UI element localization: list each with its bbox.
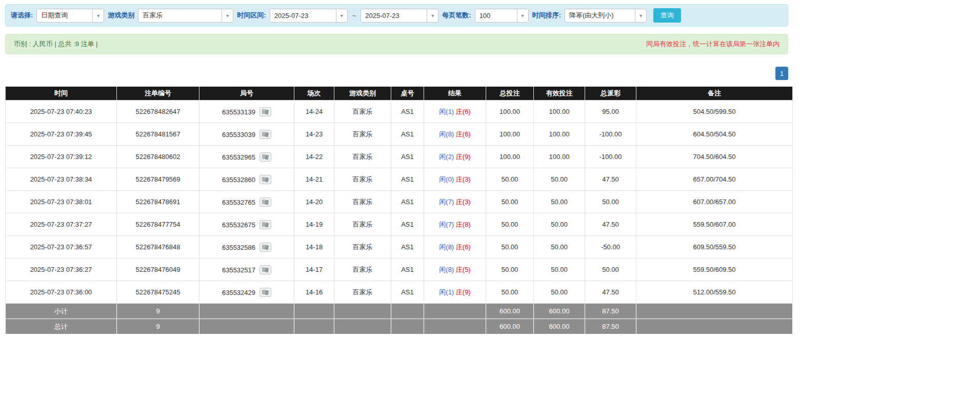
chevron-down-icon[interactable]: ▾ [517,9,528,22]
total-row: 总计 9 600.00 600.00 87.50 [6,319,793,334]
subtotal-label-cell: 小计 [6,304,117,319]
search-button[interactable]: 查询 [653,8,681,23]
cell-total-bet[interactable]: 100.00 [486,101,534,123]
cell-result: 闲(7) 庄(8) [424,213,486,236]
cell-bet-id: 522678477754 [117,213,199,236]
cell-total-bet[interactable]: 50.00 [486,281,534,304]
cell-round-id: 635533139 [199,101,294,123]
cell-total-bet[interactable]: 50.00 [486,259,534,281]
pagination: 1 [5,67,788,80]
column-header: 有效投注 [534,87,585,101]
empty-cell [294,319,334,334]
cell-round-id: 635533039 [199,123,294,146]
table-row: 2025-07-23 07:39:12522678480602635532965… [6,146,793,168]
cell-round-id: 635532675 [199,213,294,236]
chevron-down-icon[interactable]: ▾ [635,9,646,22]
cell-valid-bet: 50.00 [534,213,585,236]
empty-cell [334,319,391,334]
cell-round-id: 635532765 [199,191,294,213]
cell-valid-bet: 50.00 [534,236,585,259]
view-result-icon[interactable] [259,130,271,139]
cell-table-no: AS1 [391,236,424,259]
chevron-down-icon[interactable]: ▾ [336,9,347,22]
chevron-down-icon[interactable]: ▾ [427,9,438,22]
cell-total-bet[interactable]: 50.00 [486,168,534,191]
subtotal-count-cell: 9 [117,304,199,319]
column-header: 注单编号 [117,87,199,101]
date-from-select[interactable]: 2025-07-23 ▾ [270,9,348,23]
page-size-select[interactable]: 100 ▾ [475,9,529,23]
player-result: 闲(7) [439,198,454,206]
cell-result: 闲(2) 庄(9) [424,146,486,168]
query-mode-label: 请选择: [11,11,33,20]
cell-table-no: AS1 [391,123,424,146]
cell-table-no: AS1 [391,281,424,304]
chevron-down-icon[interactable]: ▾ [222,9,233,22]
cell-time: 2025-07-23 07:38:01 [6,191,117,213]
player-result: 闲(2) [439,153,454,161]
player-result: 闲(7) [439,221,454,228]
cell-note: 604.50/504.50 [636,123,793,146]
round-id-text: 635532860 [222,175,255,183]
round-id-text: 635532675 [222,221,255,228]
sort-order-value: 降幂(由大到小) [565,9,635,22]
view-result-icon[interactable] [259,107,271,116]
view-result-icon[interactable] [259,220,271,229]
round-id-text: 635532517 [222,266,255,273]
notice-text: 同局有效投注，统一计算在该局第一张注单内 [646,39,779,49]
column-header: 总投注 [486,87,534,101]
bet-records-table: 时间注单编号局号场次游戏类别桌号结果总投注有效投注总派彩备注 2025-07-2… [5,86,793,334]
cell-valid-bet: 100.00 [534,101,585,123]
cell-total-bet[interactable]: 100.00 [486,146,534,168]
column-header: 备注 [636,87,793,101]
cell-total-bet[interactable]: 50.00 [486,191,534,213]
column-header: 场次 [294,87,334,101]
view-result-icon[interactable] [259,152,271,162]
cell-game-type: 百家乐 [334,146,391,168]
view-result-icon[interactable] [259,197,271,207]
banker-result: 庄(3) [456,175,471,183]
view-result-icon[interactable] [259,265,271,274]
cell-valid-bet: 50.00 [534,281,585,304]
chevron-down-icon[interactable]: ▾ [92,9,104,22]
cell-time: 2025-07-23 07:38:34 [6,168,117,191]
date-to-select[interactable]: 2025-07-23 ▾ [361,9,438,23]
cell-valid-bet: 50.00 [534,168,585,191]
cell-note: 657.00/704.50 [636,168,793,191]
currency-total-text: 币别 : 人民币 | 总共 :9 注单 | [14,39,98,49]
cell-total-bet[interactable]: 50.00 [486,213,534,236]
view-result-icon[interactable] [259,243,271,252]
cell-round-id: 635532586 [199,236,294,259]
player-result: 闲(1) [439,108,454,115]
player-result: 闲(8) [439,243,454,251]
cell-game-type: 百家乐 [334,123,391,146]
view-result-icon[interactable] [259,288,271,297]
subtotal-total-bet-cell: 600.00 [486,304,534,319]
cell-session: 14-16 [294,281,334,304]
cell-valid-bet: 100.00 [534,146,585,168]
player-result: 闲(1) [439,288,454,296]
cell-bet-id: 522678482647 [117,101,199,123]
cell-total-bet[interactable]: 50.00 [486,236,534,259]
query-mode-select[interactable]: 日期查询 ▾ [36,9,104,23]
cell-session: 14-20 [294,191,334,213]
cell-session: 14-17 [294,259,334,281]
cell-session: 14-23 [294,123,334,146]
sort-order-select[interactable]: 降幂(由大到小) ▾ [565,9,647,23]
table-row: 2025-07-23 07:36:00522678475245635532429… [6,281,793,304]
empty-cell [199,319,294,334]
cell-bet-id: 522678478691 [117,191,199,213]
column-header: 桌号 [391,87,424,101]
table-row: 2025-07-23 07:36:27522678476049635532517… [6,259,793,281]
view-result-icon[interactable] [259,175,271,184]
cell-round-id: 635532429 [199,281,294,304]
banker-result: 庄(9) [456,153,471,161]
cell-total-bet[interactable]: 100.00 [486,123,534,146]
page-button-1[interactable]: 1 [775,67,788,80]
cell-game-type: 百家乐 [334,101,391,123]
cell-note: 504.50/599.50 [636,101,793,123]
banker-result: 庄(9) [456,288,471,296]
date-to-value: 2025-07-23 [361,9,427,22]
cell-result: 闲(8) 庄(6) [424,123,486,146]
game-type-select[interactable]: 百家乐 ▾ [138,9,233,23]
